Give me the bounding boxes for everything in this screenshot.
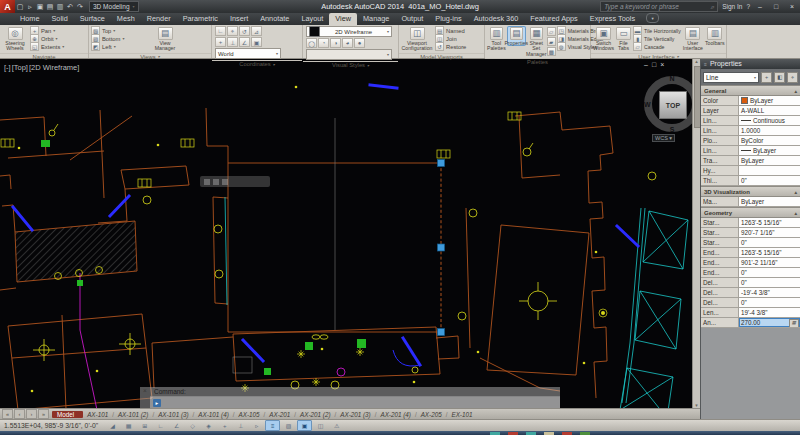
palette-button[interactable]: ▦ Sheet Set Manager <box>527 26 546 57</box>
property-row[interactable]: Len... 19'-4 3/8"▦ <box>701 308 800 318</box>
face-style-dropdown[interactable]: ▾ <box>306 49 392 60</box>
property-value[interactable]: 19'-4 3/8"▦ <box>739 308 800 317</box>
property-row[interactable]: Plo... ByColor▦ <box>701 136 800 146</box>
toolbars-button[interactable]: ▥ Toolbars <box>705 26 725 46</box>
view-preset-button[interactable]: ◩ Left ▾ <box>91 43 147 50</box>
window-arrange-button[interactable]: ▮ Tile Vertically <box>633 35 681 42</box>
file-tabs-button[interactable]: ▭ File Tabs <box>616 26 631 52</box>
property-row[interactable]: Ma... ByLayer▦ <box>701 197 800 207</box>
layout-tab[interactable]: AX-201 (3) <box>338 411 378 418</box>
property-row[interactable]: An... 270.00▦ <box>701 318 800 328</box>
layout-nav-button[interactable]: « <box>2 409 13 419</box>
chevron-down-icon[interactable]: ▾ <box>113 28 115 33</box>
property-row[interactable]: Lin... 1.0000▦ <box>701 126 800 136</box>
layout-tab[interactable]: AX-101 (2) <box>116 411 156 418</box>
visual-style-button-conceptual[interactable]: ● <box>354 38 365 48</box>
property-row[interactable]: Color ByLayer▦ <box>701 96 800 106</box>
visual-style-dropdown[interactable]: 2D Wireframe ▾ <box>306 26 392 37</box>
ucs-button-ucs-origin[interactable]: + <box>215 37 226 47</box>
ucs-button-ucs-3point[interactable]: ∠ <box>239 37 250 47</box>
property-value[interactable]: ByLayer▦ <box>739 197 800 206</box>
qat-button-save-as[interactable]: ▤ <box>45 3 55 11</box>
layout-tab[interactable]: AX-201 <box>267 411 298 418</box>
property-value[interactable]: 920'-7 1/16"▦ <box>739 228 800 237</box>
panel-label-model-viewports[interactable]: Model Viewports <box>399 53 484 60</box>
property-value[interactable]: 0"▦ <box>739 176 800 185</box>
panel-label-palettes[interactable]: Palettes <box>485 58 590 65</box>
taskbar-app-app-2[interactable] <box>508 432 518 435</box>
chevron-down-icon[interactable]: ▾ <box>114 44 116 49</box>
status-toggle-quick-properties[interactable]: ▣ <box>297 420 312 431</box>
property-row[interactable]: Del... 0"▦ <box>701 278 800 288</box>
chevron-down-icon[interactable]: ▾ <box>53 28 55 33</box>
drawing-minimize-button[interactable]: – <box>644 61 648 68</box>
taskbar-app-app-6[interactable] <box>580 432 590 435</box>
layout-tab[interactable]: AX-205 <box>419 411 450 418</box>
ribbon-tab[interactable]: Surface <box>74 13 111 25</box>
property-value[interactable]: 1263'-5 15/16"▦ <box>739 218 800 227</box>
qat-button-undo[interactable]: ↶ <box>65 3 75 11</box>
ribbon-tab[interactable]: Express Tools <box>584 13 641 25</box>
visual-style-button-shaded[interactable]: ◑ <box>330 38 341 48</box>
layout-tab[interactable]: AX-101 <box>85 411 116 418</box>
ucs-button-ucs-previous[interactable]: ↺ <box>239 26 250 36</box>
palette-mini-button-mini-3[interactable]: ▩ <box>547 47 556 56</box>
layout-tab[interactable]: Model <box>52 411 83 418</box>
panel-label-visual-styles[interactable]: Visual Styles▾ <box>303 61 398 68</box>
property-row[interactable]: Layer A-WALL▦ <box>701 106 800 116</box>
viewport-button[interactable]: ↺ Restore <box>435 43 466 50</box>
ribbon-tab[interactable]: Parametric <box>177 13 224 25</box>
viewcube-north[interactable]: N <box>669 75 674 82</box>
status-toggle-object-snap-tracking[interactable]: + <box>217 420 232 431</box>
command-input[interactable]: ▸ <box>150 396 560 408</box>
drawing-canvas[interactable]: [-] [Top] [2D Wireframe] – □ × N E S W T… <box>0 58 692 408</box>
property-row[interactable]: Lin... ByLayer▦ <box>701 146 800 156</box>
status-toggle-annotation-monitor[interactable]: ⚠ <box>329 420 344 431</box>
view-manager-button[interactable]: ▤ View Manager <box>149 26 181 52</box>
ribbon-tab[interactable]: Plug-ins <box>429 13 467 25</box>
viewport-configuration-button[interactable]: ◫ Viewport Configuration <box>401 26 433 52</box>
viewcube-top-face[interactable]: TOP <box>659 91 687 119</box>
property-value[interactable]: Continuous▦ <box>739 116 800 125</box>
layout-tab[interactable]: AX-201 (4) <box>378 411 418 418</box>
palette-mini-button-mini-2[interactable]: ▰ <box>547 37 556 46</box>
steering-wheels-button[interactable]: ◎ Steering Wheels <box>2 26 28 52</box>
taskbar-app-app-5[interactable] <box>562 432 572 435</box>
ribbon-tab[interactable]: Autodesk 360 <box>468 13 525 25</box>
calculator-icon[interactable]: ▦ <box>789 319 799 327</box>
layout-tab[interactable]: AX-201 (2) <box>298 411 338 418</box>
panel-label-user-interface[interactable]: User Interface▾ <box>591 53 726 60</box>
qat-button-new[interactable]: ▢ <box>15 3 25 11</box>
viewport-minus-control[interactable]: [-] <box>4 63 11 72</box>
property-value[interactable]: 270.00▦ <box>739 318 800 327</box>
viewport-style-control[interactable]: [2D Wireframe] <box>29 63 79 72</box>
collapse-icon[interactable]: ▴ <box>794 210 797 216</box>
taskbar-app-app-4[interactable] <box>544 432 554 435</box>
qat-button-open[interactable]: ▹ <box>25 3 35 11</box>
window-maximize-button[interactable]: □ <box>770 3 782 10</box>
taskbar-app-app-1[interactable] <box>490 432 500 435</box>
ucs-button-ucs-z-axis[interactable]: ⊥ <box>227 37 238 47</box>
ribbon-tab[interactable]: Insert <box>224 13 254 25</box>
layout-nav-button[interactable]: › <box>26 409 37 419</box>
ribbon-tab[interactable]: Annotate <box>254 13 295 25</box>
property-value[interactable]: 0"▦ <box>739 298 800 307</box>
qat-button-plot[interactable]: ▥ <box>55 3 65 11</box>
ucs-button-ucs[interactable]: ∟ <box>215 26 226 36</box>
property-row[interactable]: Del... -19'-4 3/8"▦ <box>701 288 800 298</box>
ribbon-tab[interactable]: View <box>329 13 357 25</box>
palette-tool-button-toggle-pickadd[interactable]: + <box>761 72 772 83</box>
ribbon-tab[interactable]: Home <box>14 13 45 25</box>
command-grip[interactable]: × <box>140 387 150 408</box>
property-value[interactable]: ByLayer▦ <box>739 96 800 105</box>
property-value[interactable]: ByColor▦ <box>739 136 800 145</box>
property-value[interactable]: A-WALL▦ <box>739 106 800 115</box>
status-toggle-ortho-mode[interactable]: ∟ <box>153 420 168 431</box>
ribbon-tab[interactable]: Manage <box>357 13 395 25</box>
property-value[interactable]: 1.0000▦ <box>739 126 800 135</box>
property-row[interactable]: Lin... Continuous▦ <box>701 116 800 126</box>
section-header-3d-visualization[interactable]: 3D Visualization ▴ <box>701 186 800 197</box>
ribbon-tab[interactable]: Mesh <box>111 13 141 25</box>
wcs-dropdown[interactable]: WCS ▾ <box>652 134 675 142</box>
property-row[interactable]: Star... 1263'-5 15/16"▦ <box>701 218 800 228</box>
